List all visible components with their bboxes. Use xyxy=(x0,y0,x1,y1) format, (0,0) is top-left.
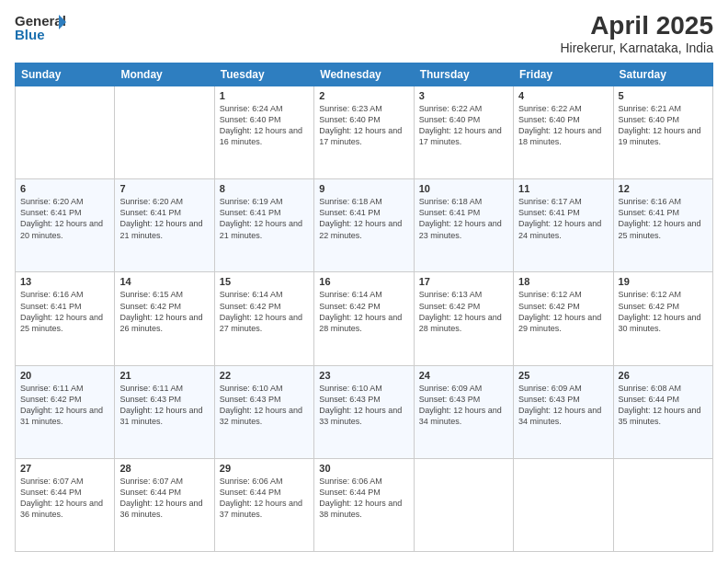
day-number: 29 xyxy=(220,463,309,474)
calendar-cell: 3Sunrise: 6:22 AM Sunset: 6:40 PM Daylig… xyxy=(414,86,513,179)
day-info: Sunrise: 6:18 AM Sunset: 6:41 PM Dayligh… xyxy=(419,196,508,241)
day-info: Sunrise: 6:20 AM Sunset: 6:41 PM Dayligh… xyxy=(119,196,209,241)
day-number: 26 xyxy=(619,370,708,381)
calendar-cell: 6Sunrise: 6:20 AM Sunset: 6:41 PM Daylig… xyxy=(16,179,115,272)
day-info: Sunrise: 6:09 AM Sunset: 6:43 PM Dayligh… xyxy=(518,383,608,428)
calendar-week-2: 6Sunrise: 6:20 AM Sunset: 6:41 PM Daylig… xyxy=(16,179,713,272)
calendar-cell: 5Sunrise: 6:21 AM Sunset: 6:40 PM Daylig… xyxy=(613,86,712,179)
calendar-cell: 1Sunrise: 6:24 AM Sunset: 6:40 PM Daylig… xyxy=(214,86,313,179)
calendar-cell: 15Sunrise: 6:14 AM Sunset: 6:42 PM Dayli… xyxy=(214,272,313,365)
day-number: 16 xyxy=(319,276,408,287)
day-info: Sunrise: 6:06 AM Sunset: 6:44 PM Dayligh… xyxy=(319,476,408,521)
day-number: 28 xyxy=(119,463,209,474)
calendar-week-1: 1Sunrise: 6:24 AM Sunset: 6:40 PM Daylig… xyxy=(16,86,713,179)
col-header-wednesday: Wednesday xyxy=(314,63,414,86)
col-header-sunday: Sunday xyxy=(16,63,115,86)
day-info: Sunrise: 6:09 AM Sunset: 6:43 PM Dayligh… xyxy=(419,383,508,428)
calendar-cell: 20Sunrise: 6:11 AM Sunset: 6:42 PM Dayli… xyxy=(16,365,115,458)
svg-text:Blue: Blue xyxy=(15,27,45,42)
day-number: 9 xyxy=(319,183,408,194)
calendar-cell: 12Sunrise: 6:16 AM Sunset: 6:41 PM Dayli… xyxy=(613,179,712,272)
day-info: Sunrise: 6:15 AM Sunset: 6:42 PM Dayligh… xyxy=(119,289,209,334)
calendar-cell: 17Sunrise: 6:13 AM Sunset: 6:42 PM Dayli… xyxy=(414,272,513,365)
day-number: 6 xyxy=(20,183,109,194)
day-number: 2 xyxy=(319,90,408,101)
title-block: April 2025 Hirekerur, Karnataka, India xyxy=(560,11,713,55)
calendar-cell: 14Sunrise: 6:15 AM Sunset: 6:42 PM Dayli… xyxy=(115,272,214,365)
day-number: 22 xyxy=(220,370,309,381)
day-info: Sunrise: 6:20 AM Sunset: 6:41 PM Dayligh… xyxy=(20,196,109,241)
calendar-cell: 4Sunrise: 6:22 AM Sunset: 6:40 PM Daylig… xyxy=(514,86,613,179)
day-info: Sunrise: 6:16 AM Sunset: 6:41 PM Dayligh… xyxy=(619,196,708,241)
calendar-table: SundayMondayTuesdayWednesdayThursdayFrid… xyxy=(15,63,713,552)
day-number: 18 xyxy=(518,276,608,287)
day-number: 25 xyxy=(518,370,608,381)
day-number: 24 xyxy=(419,370,508,381)
day-number: 14 xyxy=(119,276,209,287)
calendar-cell: 21Sunrise: 6:11 AM Sunset: 6:43 PM Dayli… xyxy=(115,365,214,458)
col-header-thursday: Thursday xyxy=(414,63,513,86)
day-number: 15 xyxy=(220,276,309,287)
day-info: Sunrise: 6:22 AM Sunset: 6:40 PM Dayligh… xyxy=(419,103,508,148)
day-info: Sunrise: 6:17 AM Sunset: 6:41 PM Dayligh… xyxy=(518,196,608,241)
day-number: 17 xyxy=(419,276,508,287)
day-info: Sunrise: 6:22 AM Sunset: 6:40 PM Dayligh… xyxy=(518,103,608,148)
day-number: 7 xyxy=(119,183,209,194)
calendar-cell: 28Sunrise: 6:07 AM Sunset: 6:44 PM Dayli… xyxy=(115,458,214,551)
day-info: Sunrise: 6:24 AM Sunset: 6:40 PM Dayligh… xyxy=(220,103,309,148)
calendar-cell xyxy=(613,458,712,551)
day-info: Sunrise: 6:16 AM Sunset: 6:41 PM Dayligh… xyxy=(20,289,109,334)
day-number: 4 xyxy=(518,90,608,101)
page: GeneralBlue April 2025 Hirekerur, Karnat… xyxy=(0,0,728,563)
calendar-cell: 22Sunrise: 6:10 AM Sunset: 6:43 PM Dayli… xyxy=(214,365,313,458)
logo-svg: GeneralBlue xyxy=(15,11,70,44)
col-header-saturday: Saturday xyxy=(613,63,712,86)
calendar-week-5: 27Sunrise: 6:07 AM Sunset: 6:44 PM Dayli… xyxy=(16,458,713,551)
calendar-cell: 29Sunrise: 6:06 AM Sunset: 6:44 PM Dayli… xyxy=(214,458,313,551)
calendar-week-4: 20Sunrise: 6:11 AM Sunset: 6:42 PM Dayli… xyxy=(16,365,713,458)
day-number: 13 xyxy=(20,276,109,287)
calendar-cell: 23Sunrise: 6:10 AM Sunset: 6:43 PM Dayli… xyxy=(314,365,414,458)
calendar-cell xyxy=(514,458,613,551)
calendar-cell: 8Sunrise: 6:19 AM Sunset: 6:41 PM Daylig… xyxy=(214,179,313,272)
calendar-cell: 30Sunrise: 6:06 AM Sunset: 6:44 PM Dayli… xyxy=(314,458,414,551)
day-info: Sunrise: 6:07 AM Sunset: 6:44 PM Dayligh… xyxy=(20,476,109,521)
col-header-friday: Friday xyxy=(514,63,613,86)
day-info: Sunrise: 6:13 AM Sunset: 6:42 PM Dayligh… xyxy=(419,289,508,334)
calendar-cell: 7Sunrise: 6:20 AM Sunset: 6:41 PM Daylig… xyxy=(115,179,214,272)
day-number: 23 xyxy=(319,370,408,381)
logo: GeneralBlue xyxy=(15,11,70,44)
day-info: Sunrise: 6:06 AM Sunset: 6:44 PM Dayligh… xyxy=(220,476,309,521)
calendar-cell xyxy=(115,86,214,179)
calendar-cell xyxy=(414,458,513,551)
day-number: 11 xyxy=(518,183,608,194)
day-info: Sunrise: 6:11 AM Sunset: 6:42 PM Dayligh… xyxy=(20,383,109,428)
day-number: 20 xyxy=(20,370,109,381)
day-info: Sunrise: 6:08 AM Sunset: 6:44 PM Dayligh… xyxy=(619,383,708,428)
calendar-cell: 10Sunrise: 6:18 AM Sunset: 6:41 PM Dayli… xyxy=(414,179,513,272)
calendar-cell: 19Sunrise: 6:12 AM Sunset: 6:42 PM Dayli… xyxy=(613,272,712,365)
day-info: Sunrise: 6:18 AM Sunset: 6:41 PM Dayligh… xyxy=(319,196,408,241)
header: GeneralBlue April 2025 Hirekerur, Karnat… xyxy=(15,11,713,55)
day-number: 1 xyxy=(220,90,309,101)
calendar-cell: 25Sunrise: 6:09 AM Sunset: 6:43 PM Dayli… xyxy=(514,365,613,458)
day-info: Sunrise: 6:10 AM Sunset: 6:43 PM Dayligh… xyxy=(220,383,309,428)
col-header-tuesday: Tuesday xyxy=(214,63,313,86)
calendar-cell xyxy=(16,86,115,179)
day-info: Sunrise: 6:14 AM Sunset: 6:42 PM Dayligh… xyxy=(220,289,309,334)
day-number: 21 xyxy=(119,370,209,381)
day-number: 30 xyxy=(319,463,408,474)
calendar-cell: 13Sunrise: 6:16 AM Sunset: 6:41 PM Dayli… xyxy=(16,272,115,365)
col-header-monday: Monday xyxy=(115,63,214,86)
day-number: 3 xyxy=(419,90,508,101)
day-info: Sunrise: 6:07 AM Sunset: 6:44 PM Dayligh… xyxy=(119,476,209,521)
day-number: 12 xyxy=(619,183,708,194)
day-number: 27 xyxy=(20,463,109,474)
calendar-cell: 18Sunrise: 6:12 AM Sunset: 6:42 PM Dayli… xyxy=(514,272,613,365)
day-info: Sunrise: 6:12 AM Sunset: 6:42 PM Dayligh… xyxy=(518,289,608,334)
subtitle: Hirekerur, Karnataka, India xyxy=(560,40,713,55)
day-number: 10 xyxy=(419,183,508,194)
main-title: April 2025 xyxy=(560,11,713,40)
day-info: Sunrise: 6:11 AM Sunset: 6:43 PM Dayligh… xyxy=(119,383,209,428)
calendar-cell: 16Sunrise: 6:14 AM Sunset: 6:42 PM Dayli… xyxy=(314,272,414,365)
